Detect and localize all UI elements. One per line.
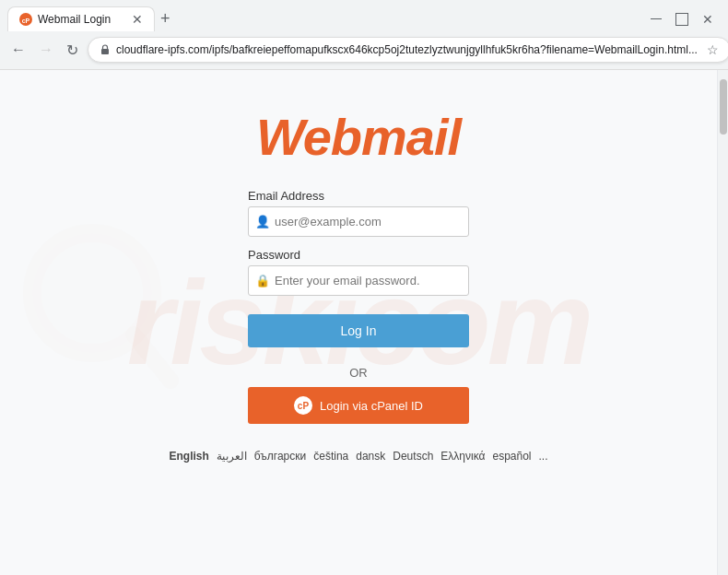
user-icon: 👤 xyxy=(255,215,270,229)
lang-item-da[interactable]: dansk xyxy=(356,450,385,463)
address-bar-row: ← → ↻ cloudflare-ipfs.com/ipfs/bafkreiep… xyxy=(0,32,728,69)
bookmark-star-icon[interactable]: ☆ xyxy=(707,42,719,57)
email-label: Email Address xyxy=(248,189,469,203)
tab-favicon: cP xyxy=(19,13,32,26)
lang-item-en[interactable]: English xyxy=(169,450,208,463)
cpanel-icon: cP xyxy=(294,396,312,415)
active-tab[interactable]: cP Webmail Login ✕ xyxy=(7,6,155,31)
lang-item-ar[interactable]: العربية xyxy=(217,450,247,463)
password-input[interactable] xyxy=(248,265,469,296)
login-button[interactable]: Log In xyxy=(248,314,469,347)
cpanel-button-label: Login via cPanel ID xyxy=(320,399,423,413)
webmail-logo: Webmail xyxy=(256,107,461,167)
back-button[interactable]: ← xyxy=(7,37,29,63)
page-wrapper: riskicom Webmail Email Address 👤 Passwor… xyxy=(0,70,728,575)
language-bar: EnglishالعربيةбългарскиčeštinadanskDeuts… xyxy=(154,442,562,470)
lang-item-bg[interactable]: български xyxy=(254,450,306,463)
new-tab-button[interactable]: + xyxy=(155,6,176,32)
lang-item-de[interactable]: Deutsch xyxy=(393,450,433,463)
lock-field-icon: 🔒 xyxy=(255,274,270,288)
reload-button[interactable]: ↻ xyxy=(63,37,82,63)
lock-icon xyxy=(100,44,111,55)
email-input[interactable] xyxy=(248,206,469,237)
page-content: riskicom Webmail Email Address 👤 Passwor… xyxy=(0,70,717,575)
forward-button[interactable]: → xyxy=(35,37,57,63)
scrollbar-thumb[interactable] xyxy=(720,79,727,135)
cpanel-login-button[interactable]: cP Login via cPanel ID xyxy=(248,387,469,424)
or-divider: OR xyxy=(349,366,368,380)
login-container: Webmail Email Address 👤 Password 🔒 Log I… xyxy=(119,70,598,488)
email-input-wrapper: 👤 xyxy=(248,206,469,237)
maximize-button[interactable] xyxy=(676,14,687,25)
browser-chrome: cP Webmail Login ✕ + ✕ ← → ↻ cloudflare-… xyxy=(0,0,728,70)
scrollbar[interactable] xyxy=(717,70,728,575)
svg-text:cP: cP xyxy=(22,18,30,24)
tab-close-button[interactable]: ✕ xyxy=(132,13,143,26)
password-form-group: Password 🔒 xyxy=(248,248,469,296)
url-text: cloudflare-ipfs.com/ipfs/bafkreiepeffoma… xyxy=(116,43,698,56)
window-controls: ✕ xyxy=(651,14,721,25)
minimize-button[interactable] xyxy=(651,14,662,25)
close-button[interactable]: ✕ xyxy=(702,14,713,25)
svg-rect-2 xyxy=(101,49,109,54)
address-bar[interactable]: cloudflare-ipfs.com/ipfs/bafkreiepeffoma… xyxy=(88,37,728,63)
email-form-group: Email Address 👤 xyxy=(248,189,469,237)
password-input-wrapper: 🔒 xyxy=(248,265,469,296)
lang-item-more[interactable]: ... xyxy=(539,450,548,463)
tab-title: Webmail Login xyxy=(38,13,111,26)
lang-item-cs[interactable]: čeština xyxy=(313,450,348,463)
lang-item-es[interactable]: español xyxy=(492,450,531,463)
lang-item-el[interactable]: Ελληνικά xyxy=(440,450,485,463)
password-label: Password xyxy=(248,248,469,262)
address-icons: ☆ xyxy=(707,42,719,57)
